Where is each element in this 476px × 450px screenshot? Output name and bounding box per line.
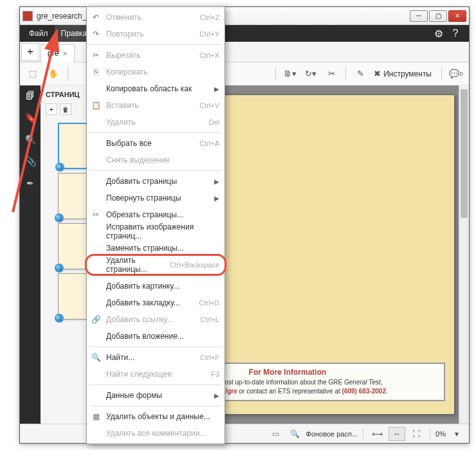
- menu-item[interactable]: Добавить страницы▶: [87, 173, 224, 190]
- menu-item-label: Отменить: [106, 13, 142, 22]
- separator: [441, 67, 442, 81]
- maximize-button[interactable]: ▢: [429, 10, 447, 22]
- menu-item-label: Добавить страницы: [106, 177, 177, 186]
- document-tab[interactable]: gre ✕: [41, 44, 75, 62]
- menu-item-label: Найти следующее: [106, 370, 172, 379]
- menu-item-shortcut: Ctrl+Backspace: [170, 261, 219, 269]
- menu-item-label: Заменить страницы...: [106, 244, 184, 253]
- status-fit-label[interactable]: Фоновое расп...: [306, 430, 358, 438]
- magnify-icon: 🔍: [55, 264, 64, 273]
- submenu-arrow-icon: ▶: [214, 178, 219, 185]
- menu-item-label: Повторить: [106, 30, 144, 39]
- minimize-button[interactable]: ─: [410, 10, 428, 22]
- help-icon[interactable]: ?: [450, 28, 461, 39]
- edit-dropdown-menu: ↶ОтменитьCtrl+Z↷ПовторитьCtrl+Y✂Вырезать…: [86, 6, 225, 444]
- menu-item[interactable]: Добавить картинку...: [87, 278, 224, 294]
- close-button[interactable]: ✕: [448, 10, 466, 22]
- menu-item-label: Снять выделение: [106, 156, 170, 165]
- menu-item[interactable]: 🔍Найти...Ctrl+F: [87, 349, 224, 366]
- sidebar-rail: 🗐 🔖 🔍 📎 ✒: [20, 86, 41, 424]
- status-fullscreen-icon[interactable]: ⛶: [408, 427, 425, 441]
- tool-add-page[interactable]: 🗎▾: [281, 66, 299, 82]
- menu-item[interactable]: ▦Удалить объекты и данные...: [87, 408, 224, 425]
- tool-rotate[interactable]: ↻▾: [302, 66, 320, 82]
- menu-item-label: Добавить ссылку...: [106, 315, 173, 324]
- magnify-icon: 🔍: [55, 314, 64, 323]
- menu-item[interactable]: Исправить изображения страниц...: [87, 223, 224, 240]
- menu-item-shortcut: Ctrl+D: [199, 299, 219, 307]
- menu-item[interactable]: Данные формы▶: [87, 387, 224, 404]
- menu-item-label: Удалить все комментарии...: [106, 429, 206, 438]
- menu-item: ↶ОтменитьCtrl+Z: [87, 9, 224, 26]
- tab-close-icon[interactable]: ✕: [62, 50, 68, 57]
- menu-item-label: Исправить изображения страниц...: [106, 222, 219, 240]
- submenu-arrow-icon: ▶: [214, 392, 219, 399]
- magnify-icon: 🔍: [55, 213, 64, 222]
- menu-item-icon: 🔗: [91, 314, 101, 325]
- menu-item[interactable]: ✂Обрезать страницы...: [87, 206, 224, 223]
- separator: [430, 428, 430, 440]
- new-tab-button[interactable]: ＋: [21, 43, 39, 61]
- menu-item-shortcut: Ctrl+X: [199, 51, 219, 59]
- menu-item-icon: ✂: [91, 50, 101, 60]
- zoom-dropdown-icon[interactable]: ▾: [448, 427, 465, 441]
- menu-item: ✂ВырезатьCtrl+X: [87, 47, 224, 64]
- scrollbar-thumb[interactable]: [461, 89, 468, 218]
- search-icon[interactable]: 🔍: [24, 133, 37, 146]
- menu-item-shortcut: Del: [208, 118, 219, 126]
- menu-separator: [89, 275, 222, 276]
- tool-hand[interactable]: ✋: [44, 66, 62, 82]
- menu-item-label: Удалить страницы...: [106, 256, 170, 274]
- bookmarks-icon[interactable]: 🔖: [24, 111, 37, 124]
- attachments-icon[interactable]: 📎: [24, 155, 37, 168]
- menu-item-label: Повернуть страницы: [106, 194, 181, 203]
- tool-crop[interactable]: ✂: [322, 66, 340, 82]
- menu-item-shortcut: Ctrl+Z: [200, 14, 219, 21]
- menu-item: ⎘Копировать: [87, 64, 224, 80]
- submenu-arrow-icon: ▶: [214, 195, 219, 202]
- menu-separator: [89, 406, 222, 406]
- signatures-icon[interactable]: ✒: [24, 177, 37, 190]
- menu-item[interactable]: Копировать область как▶: [87, 80, 224, 97]
- settings-icon[interactable]: ⚙: [433, 28, 444, 39]
- vertical-scrollbar[interactable]: [459, 86, 469, 424]
- status-fit-width-icon[interactable]: ⟷: [369, 427, 386, 441]
- menu-item[interactable]: Добавить закладку...Ctrl+D: [87, 294, 224, 311]
- menu-file[interactable]: Файл: [23, 25, 55, 42]
- menu-item-label: Удалить объекты и данные...: [106, 412, 210, 421]
- wrench-icon: ✖: [374, 69, 381, 78]
- menu-item-label: Копировать: [106, 68, 148, 76]
- magnify-icon: 🔍: [55, 163, 64, 172]
- menu-item-shortcut: Ctrl+V: [199, 102, 219, 109]
- menu-item-label: Добавить картинку...: [106, 282, 179, 291]
- menu-item: Найти следующееF3: [87, 366, 224, 382]
- menu-item-label: Вырезать: [106, 51, 140, 60]
- thumb-add-icon[interactable]: +: [46, 104, 57, 115]
- tool-edit[interactable]: ✎: [351, 66, 369, 82]
- zoom-value[interactable]: 0%: [435, 430, 446, 438]
- menu-item[interactable]: Повернуть страницы▶: [87, 190, 224, 206]
- menu-item-icon: ▦: [91, 411, 101, 422]
- status-fit-icon[interactable]: 🔍: [287, 427, 304, 441]
- tool-comment[interactable]: 💬0: [447, 66, 465, 82]
- menu-item-shortcut: Ctrl+L: [200, 316, 219, 323]
- menu-item-shortcut: Ctrl+F: [200, 354, 219, 361]
- tab-label: gre: [48, 49, 59, 58]
- menu-item[interactable]: Добавить вложение...: [87, 328, 224, 345]
- tool-select[interactable]: ⬚: [24, 66, 42, 82]
- status-fit-page-icon[interactable]: ↔: [389, 427, 405, 441]
- menu-separator: [89, 170, 222, 171]
- menu-item[interactable]: Выбрать всеCtrl+A: [87, 135, 224, 152]
- menu-item: 📋ВставитьCtrl+V: [87, 97, 224, 114]
- window-controls: ─ ▢ ✕: [410, 10, 466, 22]
- tool-tools[interactable]: ✖ Инструменты: [372, 66, 436, 82]
- thumb-delete-icon[interactable]: 🗑: [60, 104, 71, 115]
- menu-item[interactable]: Удалить страницы...Ctrl+Backspace: [87, 256, 224, 273]
- menu-separator: [89, 132, 222, 133]
- menu-item[interactable]: Заменить страницы...: [87, 240, 224, 256]
- tools-label: Инструменты: [381, 69, 434, 78]
- menu-item-icon: ↷: [91, 29, 101, 39]
- status-layout-icon[interactable]: ▭: [268, 427, 284, 441]
- menu-item: Снять выделение: [87, 152, 224, 168]
- thumbnails-icon[interactable]: 🗐: [24, 89, 37, 102]
